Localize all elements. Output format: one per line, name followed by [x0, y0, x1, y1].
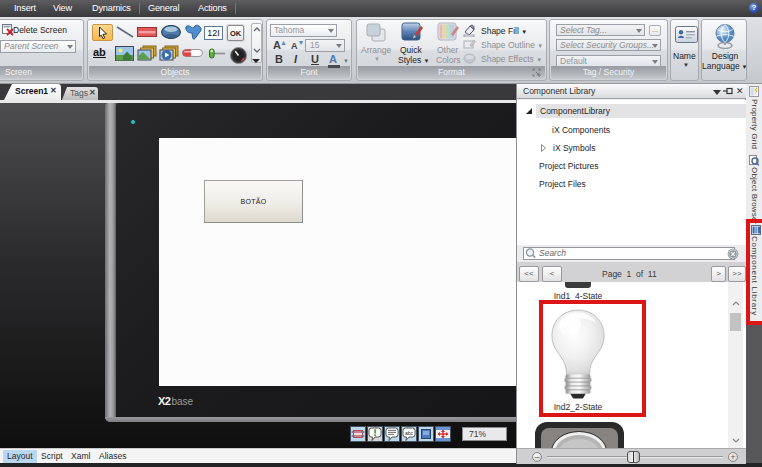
svg-text:abc: abc	[405, 430, 414, 436]
